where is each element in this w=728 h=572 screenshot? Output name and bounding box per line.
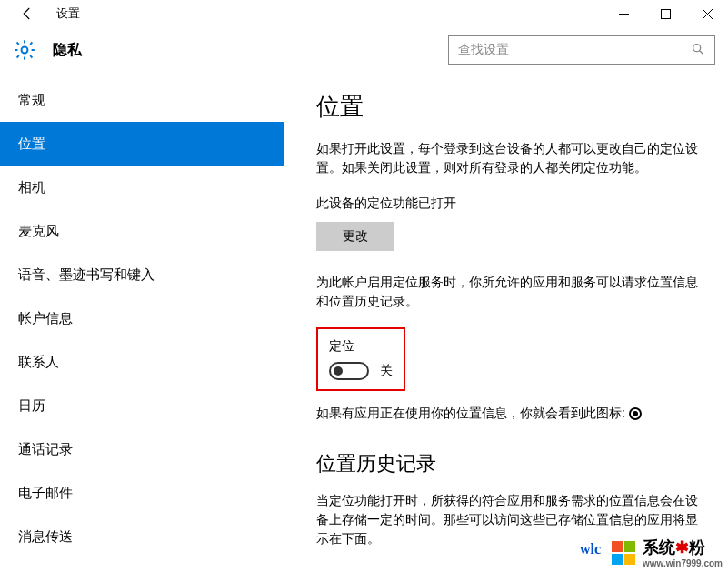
page-title: 隐私: [53, 41, 448, 60]
location-toggle[interactable]: [329, 362, 369, 380]
watermark: 系统✱粉 www.win7999.com: [612, 537, 723, 568]
title-bar: 设置: [0, 0, 728, 27]
maximize-button[interactable]: [644, 0, 686, 27]
svg-line-6: [700, 50, 703, 54]
watermark-text: 系统✱粉 www.win7999.com: [643, 537, 723, 568]
search-input[interactable]: 查找设置: [448, 35, 715, 65]
window-controls: [603, 0, 728, 27]
sidebar-item-contacts[interactable]: 联系人: [0, 340, 284, 384]
sidebar-item-call-history[interactable]: 通话记录: [0, 427, 284, 471]
svg-point-5: [693, 44, 701, 51]
sidebar-item-general[interactable]: 常规: [0, 78, 284, 122]
location-toggle-state: 关: [380, 361, 393, 380]
sidebar: 常规 位置 相机 麦克风 语音、墨迹书写和键入 帐户信息 联系人 日历 通话记录…: [0, 73, 284, 572]
location-toggle-label: 定位: [329, 336, 393, 356]
sidebar-item-location[interactable]: 位置: [0, 122, 284, 166]
section-title-location: 位置: [316, 89, 704, 125]
sidebar-item-calendar[interactable]: 日历: [0, 384, 284, 427]
gear-icon: [13, 38, 36, 62]
back-button[interactable]: [9, 0, 45, 27]
header: 隐私 查找设置: [0, 27, 728, 73]
change-button[interactable]: 更改: [316, 222, 394, 251]
account-location-note: 为此帐户启用定位服务时，你所允许的应用和服务可以请求位置信息和位置历史记录。: [316, 273, 704, 311]
watermark-asterisk: ✱: [675, 538, 689, 557]
sidebar-item-email[interactable]: 电子邮件: [0, 471, 284, 515]
watermark-wlc: wlc: [580, 541, 601, 557]
location-intro-text: 如果打开此设置，每个登录到这台设备的人都可以更改自己的定位设置。如果关闭此设置，…: [316, 139, 704, 177]
location-icon-note: 如果有应用正在使用你的位置信息，你就会看到此图标:: [316, 404, 704, 423]
watermark-url: www.win7999.com: [643, 558, 723, 568]
minimize-button[interactable]: [603, 0, 644, 27]
window-title: 设置: [56, 5, 80, 22]
sidebar-item-speech-ink[interactable]: 语音、墨迹书写和键入: [0, 253, 284, 296]
section-title-history: 位置历史记录: [316, 448, 704, 478]
sidebar-item-microphone[interactable]: 麦克风: [0, 209, 284, 253]
watermark-text-a: 系统: [643, 538, 675, 557]
device-location-status: 此设备的定位功能已打开: [316, 194, 704, 213]
watermark-text-b: 粉: [689, 538, 705, 557]
svg-point-4: [22, 47, 28, 54]
sidebar-item-camera[interactable]: 相机: [0, 166, 284, 209]
sidebar-item-account-info[interactable]: 帐户信息: [0, 296, 284, 340]
sidebar-item-radios[interactable]: 无线电收发器: [0, 558, 284, 572]
search-icon: [691, 42, 705, 59]
highlight-box: 定位 关: [316, 327, 405, 391]
close-button[interactable]: [686, 0, 728, 27]
icon-note-text: 如果有应用正在使用你的位置信息，你就会看到此图标:: [316, 404, 625, 423]
content-area: 位置 如果打开此设置，每个登录到这台设备的人都可以更改自己的定位设置。如果关闭此…: [284, 73, 728, 572]
location-indicator-icon: [629, 407, 642, 420]
search-placeholder: 查找设置: [458, 42, 691, 58]
svg-rect-1: [661, 9, 670, 18]
watermark-logo-icon: [612, 541, 635, 565]
sidebar-item-messaging[interactable]: 消息传送: [0, 515, 284, 558]
